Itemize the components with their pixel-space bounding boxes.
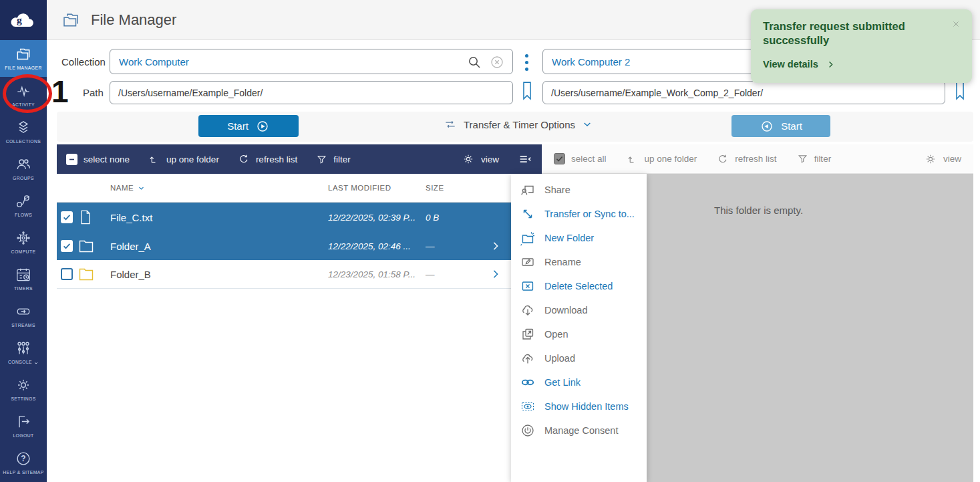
view-settings-control[interactable]: view xyxy=(924,152,961,166)
menu-item-transfer-or-sync[interactable]: Transfer or Sync to... xyxy=(511,202,647,226)
collapse-panel-button[interactable] xyxy=(518,152,532,166)
source-path-input[interactable] xyxy=(110,81,513,104)
source-collection-input[interactable] xyxy=(110,49,513,74)
start-button-label: Start xyxy=(781,120,802,132)
menu-item-show-hidden-items[interactable]: Show Hidden Items xyxy=(511,394,647,418)
compute-icon xyxy=(15,229,32,247)
column-header-name[interactable]: NAME xyxy=(110,184,145,192)
column-header-modified[interactable]: LAST MODIFIED xyxy=(328,184,391,192)
source-file-toolbar: select none up one folder refresh list f… xyxy=(57,144,542,174)
sidebar-item-streams[interactable]: STREAMS xyxy=(0,297,47,334)
column-header-size[interactable]: SIZE xyxy=(426,184,444,192)
collection-label: Collection xyxy=(61,56,106,68)
transfer-timer-options-toggle[interactable]: Transfer & Timer Options xyxy=(444,118,593,131)
filter-button[interactable]: filter xyxy=(316,154,351,165)
chevron-right-icon xyxy=(826,60,835,69)
sidebar-item-groups[interactable]: GROUPS xyxy=(0,150,47,187)
globus-logo[interactable]: g xyxy=(0,0,47,40)
search-icon[interactable] xyxy=(466,54,482,70)
sidebar-item-settings[interactable]: SETTINGS xyxy=(0,371,47,408)
sort-chevron-icon xyxy=(138,185,145,192)
refresh-list-button[interactable]: refresh list xyxy=(717,153,776,165)
sidebar-item-collections[interactable]: COLLECTIONS xyxy=(0,114,47,150)
refresh-list-button[interactable]: refresh list xyxy=(238,153,297,165)
power-icon xyxy=(520,423,536,439)
folder-modified: 12/22/2025, 02:46 ... xyxy=(328,241,411,251)
menu-item-label: Delete Selected xyxy=(544,281,613,291)
clear-collection-icon[interactable] xyxy=(489,54,505,70)
start-transfer-left-button[interactable]: Start xyxy=(198,115,299,137)
dest-path-input[interactable] xyxy=(542,81,945,104)
select-none-control[interactable]: select none xyxy=(66,154,130,165)
filter-button[interactable]: filter xyxy=(797,153,832,164)
sidebar-item-label: COMPUTE xyxy=(11,249,36,255)
view-label: view xyxy=(943,154,961,164)
sidebar-item-help-sitemap[interactable]: ? HELP & SITEMAP xyxy=(0,445,47,481)
filter-icon xyxy=(797,153,808,164)
up-one-folder-button[interactable]: up one folder xyxy=(627,153,697,165)
sidebar-item-label: CONSOLE xyxy=(8,360,32,365)
menu-item-label: Download xyxy=(544,305,588,316)
select-all-control[interactable]: select all xyxy=(554,153,607,164)
up-one-folder-button[interactable]: up one folder xyxy=(148,153,219,165)
share-icon xyxy=(520,182,536,198)
menu-collapse-icon xyxy=(518,152,532,166)
refresh-icon xyxy=(717,153,729,165)
panel-menu-dots[interactable] xyxy=(524,53,530,72)
sidebar-item-timers[interactable]: TIMERS xyxy=(0,261,47,297)
menu-item-new-folder[interactable]: New Folder xyxy=(511,226,647,250)
select-none-checkbox[interactable] xyxy=(66,154,77,165)
chevron-right-icon[interactable] xyxy=(490,268,502,280)
menu-item-manage-consent[interactable]: Manage Consent xyxy=(511,418,647,443)
sidebar-item-file-manager[interactable]: FILE MANAGER xyxy=(0,40,47,77)
start-transfer-right-button[interactable]: Start xyxy=(731,115,830,137)
sidebar-item-logout[interactable]: LOGOUT xyxy=(0,408,47,445)
sidebar-item-flows[interactable]: FLOWS xyxy=(0,187,47,224)
path-label: Path xyxy=(83,87,104,98)
gear-icon xyxy=(15,376,32,394)
console-icon xyxy=(15,340,32,357)
folder-icon xyxy=(78,239,94,253)
activity-icon xyxy=(15,82,32,100)
filter-label: filter xyxy=(333,154,351,164)
logout-icon xyxy=(15,413,32,431)
chevron-right-icon[interactable] xyxy=(490,240,502,252)
table-row-folder-a[interactable]: Folder_A 12/22/2025, 02:46 ... — xyxy=(57,231,511,260)
file-name: File_C.txt xyxy=(110,211,152,223)
view-details-link[interactable]: View details xyxy=(763,59,835,70)
menu-item-share[interactable]: Share xyxy=(511,178,647,202)
up-one-folder-label: up one folder xyxy=(166,154,219,164)
table-row-file-c[interactable]: File_C.txt 12/22/2025, 02:39 P... 0 B xyxy=(57,203,511,231)
select-all-checkbox[interactable] xyxy=(554,153,565,164)
menu-item-get-link[interactable]: Get Link xyxy=(511,370,647,394)
sidebar-item-activity[interactable]: ACTIVITY xyxy=(0,77,47,114)
row-checkbox[interactable] xyxy=(61,211,73,223)
bookmark-icon[interactable] xyxy=(520,80,534,102)
table-row-folder-b[interactable]: Folder_B 12/23/2025, 01:58 P... — xyxy=(57,260,511,289)
chevron-down-icon xyxy=(582,119,593,130)
view-settings-control[interactable]: view xyxy=(462,152,499,166)
upload-icon xyxy=(520,350,536,366)
close-icon[interactable] xyxy=(949,17,963,31)
timers-icon xyxy=(15,266,32,283)
sidebar-item-label: HELP & SITEMAP xyxy=(3,470,43,475)
menu-item-rename[interactable]: Rename xyxy=(511,250,647,274)
check-icon xyxy=(555,154,564,163)
sidebar-item-console[interactable]: CONSOLE xyxy=(0,334,47,371)
dest-file-toolbar: select all up one folder refresh list fi… xyxy=(542,144,973,174)
view-label: view xyxy=(481,154,499,164)
menu-item-delete-selected[interactable]: Delete Selected xyxy=(511,274,647,298)
up-folder-icon xyxy=(627,153,639,165)
menu-item-label: Rename xyxy=(544,257,581,267)
bookmark-icon[interactable] xyxy=(953,80,967,102)
file-manager-app: g FILE MANAGER ACTIVITY COLLECTIONS xyxy=(0,0,980,482)
file-size: 0 B xyxy=(426,212,439,222)
refresh-icon xyxy=(238,153,250,165)
file-table-header: NAME LAST MODIFIED SIZE xyxy=(57,174,511,203)
menu-item-open[interactable]: Open xyxy=(511,322,647,346)
row-checkbox[interactable] xyxy=(61,268,73,280)
sidebar-item-compute[interactable]: COMPUTE xyxy=(0,224,47,261)
menu-item-upload[interactable]: Upload xyxy=(511,346,647,370)
row-checkbox[interactable] xyxy=(61,240,73,252)
menu-item-download[interactable]: Download xyxy=(511,298,647,322)
